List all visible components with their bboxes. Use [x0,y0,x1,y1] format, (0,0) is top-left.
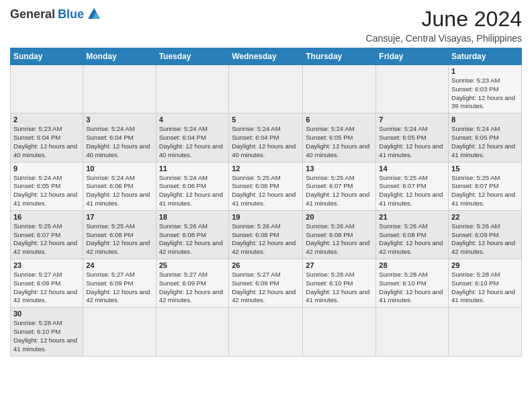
day-number: 18 [159,213,226,221]
calendar-cell [229,308,303,356]
day-info: Sunrise: 5:24 AM Sunset: 6:06 PM Dayligh… [159,174,226,208]
day-info: Sunrise: 5:28 AM Sunset: 6:10 PM Dayligh… [451,271,519,305]
day-number: 16 [13,213,80,221]
day-number: 20 [306,213,373,221]
day-number: 27 [306,261,373,269]
calendar-week-row: 1Sunrise: 5:23 AM Sunset: 6:03 PM Daylig… [11,65,522,113]
header-day-tuesday: Tuesday [156,48,229,65]
day-info: Sunrise: 5:26 AM Sunset: 6:08 PM Dayligh… [379,222,445,257]
calendar-cell: 4Sunrise: 5:24 AM Sunset: 6:04 PM Daylig… [156,113,229,162]
day-info: Sunrise: 5:25 AM Sunset: 6:07 PM Dayligh… [306,174,373,208]
day-info: Sunrise: 5:25 AM Sunset: 6:08 PM Dayligh… [86,222,152,257]
calendar-cell: 18Sunrise: 5:26 AM Sunset: 6:08 PM Dayli… [156,210,229,259]
calendar-cell: 13Sunrise: 5:25 AM Sunset: 6:07 PM Dayli… [303,162,376,210]
logo-blue-text: Blue [58,7,84,21]
calendar-cell: 8Sunrise: 5:24 AM Sunset: 6:05 PM Daylig… [449,113,522,162]
day-info: Sunrise: 5:24 AM Sunset: 6:05 PM Dayligh… [306,125,373,159]
calendar-cell [376,308,449,356]
calendar-cell [11,65,83,113]
header-day-saturday: Saturday [449,48,522,65]
calendar-week-row: 9Sunrise: 5:24 AM Sunset: 6:05 PM Daylig… [11,162,522,210]
calendar-cell: 23Sunrise: 5:27 AM Sunset: 6:09 PM Dayli… [11,259,83,308]
logo-triangle-icon [87,7,101,21]
calendar-cell [156,308,229,356]
day-info: Sunrise: 5:25 AM Sunset: 6:07 PM Dayligh… [379,174,445,208]
day-number: 25 [159,261,226,269]
calendar-cell: 29Sunrise: 5:28 AM Sunset: 6:10 PM Dayli… [449,259,522,308]
day-number: 28 [379,261,445,269]
calendar-cell: 26Sunrise: 5:27 AM Sunset: 6:09 PM Dayli… [229,259,303,308]
day-number: 22 [451,213,519,221]
calendar-cell [83,308,156,356]
day-info: Sunrise: 5:25 AM Sunset: 6:07 PM Dayligh… [13,222,80,257]
day-info: Sunrise: 5:26 AM Sunset: 6:08 PM Dayligh… [306,222,373,257]
day-number: 19 [232,213,300,221]
day-info: Sunrise: 5:24 AM Sunset: 6:05 PM Dayligh… [451,125,519,159]
calendar-cell: 25Sunrise: 5:27 AM Sunset: 6:09 PM Dayli… [156,259,229,308]
day-number: 15 [451,165,519,173]
day-info: Sunrise: 5:26 AM Sunset: 6:09 PM Dayligh… [451,222,519,257]
day-number: 7 [379,116,445,124]
day-info: Sunrise: 5:24 AM Sunset: 6:04 PM Dayligh… [232,125,300,159]
day-number: 9 [13,165,80,173]
day-number: 4 [159,116,226,124]
day-number: 13 [306,165,373,173]
calendar-cell: 11Sunrise: 5:24 AM Sunset: 6:06 PM Dayli… [156,162,229,210]
header-day-monday: Monday [83,48,156,65]
header-day-sunday: Sunday [11,48,83,65]
day-info: Sunrise: 5:24 AM Sunset: 6:06 PM Dayligh… [86,174,152,208]
logo-icon: General Blue [10,7,101,21]
calendar-week-row: 23Sunrise: 5:27 AM Sunset: 6:09 PM Dayli… [11,259,522,308]
day-number: 26 [232,261,300,269]
header-day-friday: Friday [376,48,449,65]
day-number: 3 [86,116,152,124]
calendar-cell: 17Sunrise: 5:25 AM Sunset: 6:08 PM Dayli… [83,210,156,259]
calendar-cell: 20Sunrise: 5:26 AM Sunset: 6:08 PM Dayli… [303,210,376,259]
day-info: Sunrise: 5:27 AM Sunset: 6:09 PM Dayligh… [159,271,226,305]
day-number: 12 [232,165,300,173]
day-info: Sunrise: 5:25 AM Sunset: 6:06 PM Dayligh… [232,174,300,208]
header-day-thursday: Thursday [303,48,376,65]
day-number: 11 [159,165,226,173]
calendar-cell: 28Sunrise: 5:28 AM Sunset: 6:10 PM Dayli… [376,259,449,308]
day-number: 10 [86,165,152,173]
calendar-cell [376,65,449,113]
page-header: General Blue June 2024 Cansuje, Central … [10,7,522,44]
month-title: June 2024 [366,7,522,32]
calendar-cell: 5Sunrise: 5:24 AM Sunset: 6:04 PM Daylig… [229,113,303,162]
calendar-cell: 10Sunrise: 5:24 AM Sunset: 6:06 PM Dayli… [83,162,156,210]
header-day-wednesday: Wednesday [229,48,303,65]
day-info: Sunrise: 5:24 AM Sunset: 6:05 PM Dayligh… [13,174,80,208]
logo: General Blue [10,7,101,21]
day-number: 2 [13,116,80,124]
day-info: Sunrise: 5:27 AM Sunset: 6:09 PM Dayligh… [13,271,80,305]
day-number: 30 [13,310,80,318]
calendar-cell [156,65,229,113]
calendar-cell: 7Sunrise: 5:24 AM Sunset: 6:05 PM Daylig… [376,113,449,162]
calendar-week-row: 30Sunrise: 5:28 AM Sunset: 6:10 PM Dayli… [11,308,522,356]
calendar-cell: 6Sunrise: 5:24 AM Sunset: 6:05 PM Daylig… [303,113,376,162]
calendar-cell: 22Sunrise: 5:26 AM Sunset: 6:09 PM Dayli… [449,210,522,259]
calendar-cell: 30Sunrise: 5:28 AM Sunset: 6:10 PM Dayli… [11,308,83,356]
calendar-header-row: SundayMondayTuesdayWednesdayThursdayFrid… [11,48,522,65]
day-info: Sunrise: 5:27 AM Sunset: 6:09 PM Dayligh… [232,271,300,305]
calendar-cell: 24Sunrise: 5:27 AM Sunset: 6:09 PM Dayli… [83,259,156,308]
day-number: 29 [451,261,519,269]
calendar-cell [303,308,376,356]
day-info: Sunrise: 5:23 AM Sunset: 6:04 PM Dayligh… [13,125,80,159]
day-number: 21 [379,213,445,221]
calendar-cell: 2Sunrise: 5:23 AM Sunset: 6:04 PM Daylig… [11,113,83,162]
day-number: 17 [86,213,152,221]
day-info: Sunrise: 5:28 AM Sunset: 6:10 PM Dayligh… [306,271,373,305]
calendar-cell: 27Sunrise: 5:28 AM Sunset: 6:10 PM Dayli… [303,259,376,308]
calendar-cell: 14Sunrise: 5:25 AM Sunset: 6:07 PM Dayli… [376,162,449,210]
day-info: Sunrise: 5:25 AM Sunset: 6:07 PM Dayligh… [451,174,519,208]
calendar-week-row: 16Sunrise: 5:25 AM Sunset: 6:07 PM Dayli… [11,210,522,259]
day-info: Sunrise: 5:26 AM Sunset: 6:08 PM Dayligh… [159,222,226,257]
day-number: 1 [451,67,519,75]
day-info: Sunrise: 5:24 AM Sunset: 6:05 PM Dayligh… [379,125,445,159]
calendar-cell [83,65,156,113]
calendar-cell: 16Sunrise: 5:25 AM Sunset: 6:07 PM Dayli… [11,210,83,259]
calendar-cell: 21Sunrise: 5:26 AM Sunset: 6:08 PM Dayli… [376,210,449,259]
calendar-week-row: 2Sunrise: 5:23 AM Sunset: 6:04 PM Daylig… [11,113,522,162]
